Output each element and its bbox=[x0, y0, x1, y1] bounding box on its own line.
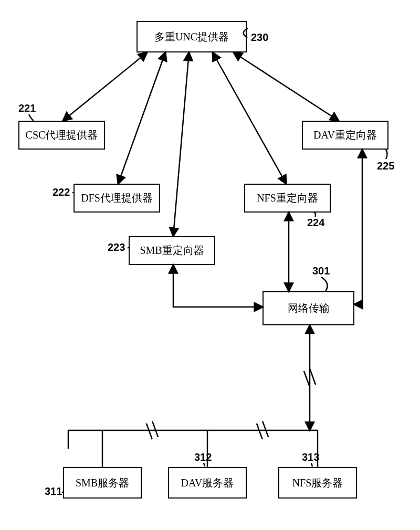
svg-line-14 bbox=[146, 423, 152, 439]
node-smb-server: SMB服务器 bbox=[63, 467, 142, 499]
node-csc: CSC代理提供器 bbox=[18, 121, 105, 150]
ref-221: 221 bbox=[18, 102, 36, 114]
svg-line-15 bbox=[262, 421, 268, 437]
node-smb-redir: SMB重定向器 bbox=[129, 236, 215, 265]
node-mup: 多重UNC提供器 bbox=[136, 21, 247, 52]
svg-line-7 bbox=[310, 369, 316, 385]
node-nfs-redir-label: NFS重定向器 bbox=[257, 191, 318, 205]
ref-222-hook bbox=[0, 0, 420, 530]
ref-223-hook bbox=[0, 0, 420, 530]
node-net-transport: 网络传输 bbox=[262, 291, 354, 325]
node-dav-redir: DAV重定向器 bbox=[302, 121, 388, 150]
node-csc-label: CSC代理提供器 bbox=[26, 128, 98, 142]
node-dav-server-label: DAV服务器 bbox=[181, 476, 234, 490]
svg-line-4 bbox=[234, 52, 339, 121]
ref-230-hook bbox=[0, 0, 420, 530]
node-dfs: DFS代理提供器 bbox=[74, 184, 160, 213]
node-nfs-server: NFS服务器 bbox=[278, 467, 357, 499]
ref-222: 222 bbox=[52, 186, 70, 198]
ref-224-hook bbox=[0, 0, 420, 530]
ref-311-hook bbox=[0, 0, 420, 530]
ref-225: 225 bbox=[377, 160, 394, 172]
ref-311: 311 bbox=[45, 485, 62, 497]
node-nfs-server-label: NFS服务器 bbox=[292, 476, 343, 490]
node-dav-redir-label: DAV重定向器 bbox=[313, 128, 377, 142]
ref-224: 224 bbox=[307, 217, 324, 229]
node-net-transport-label: 网络传输 bbox=[288, 301, 330, 315]
node-smb-server-label: SMB服务器 bbox=[76, 476, 129, 490]
node-dav-server: DAV服务器 bbox=[168, 467, 247, 499]
ref-223: 223 bbox=[108, 241, 125, 253]
ref-301-hook bbox=[0, 0, 420, 530]
ref-230: 230 bbox=[251, 31, 268, 44]
ref-225-hook bbox=[0, 0, 420, 530]
svg-line-0 bbox=[63, 52, 147, 121]
svg-line-2 bbox=[173, 52, 189, 236]
svg-line-13 bbox=[152, 421, 158, 437]
ref-221-hook bbox=[0, 0, 420, 530]
node-mup-label: 多重UNC提供器 bbox=[154, 30, 229, 44]
svg-line-16 bbox=[257, 423, 262, 439]
ref-313-hook bbox=[0, 0, 420, 530]
ref-313: 313 bbox=[302, 451, 319, 463]
svg-line-3 bbox=[213, 52, 286, 184]
ref-312-hook bbox=[0, 0, 420, 530]
svg-line-1 bbox=[118, 52, 165, 184]
svg-line-8 bbox=[304, 371, 310, 387]
connectors bbox=[0, 0, 420, 530]
ref-312: 312 bbox=[194, 451, 212, 463]
node-dfs-label: DFS代理提供器 bbox=[81, 191, 153, 205]
ref-301: 301 bbox=[312, 265, 330, 277]
node-smb-redir-label: SMB重定向器 bbox=[140, 243, 204, 258]
diagram-canvas: 多重UNC提供器 230 CSC代理提供器 221 DAV重定向器 225 DF… bbox=[0, 0, 420, 530]
node-nfs-redir: NFS重定向器 bbox=[244, 184, 331, 213]
